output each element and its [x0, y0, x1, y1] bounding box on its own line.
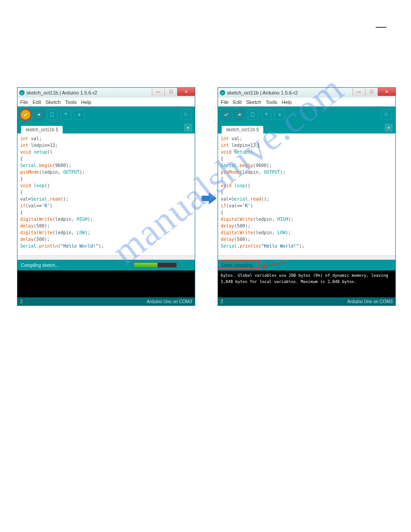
menu-tools[interactable]: Tools	[265, 99, 277, 105]
svg-rect-2	[251, 113, 254, 117]
code-editor[interactable]: int val;int ledpin=13;void setup(){Seria…	[17, 133, 195, 255]
page-decoration	[376, 27, 386, 28]
tab-menu-button[interactable]: ▾	[184, 124, 192, 132]
footer-bar: 2 Arduino Uno on COM3	[218, 297, 395, 305]
footer-bar: 2 Arduino Uno on COM3	[17, 297, 195, 305]
svg-point-3	[385, 113, 387, 116]
title-bar[interactable]: ∞ sketch_oct11b | Arduino 1.5.6-r2 — ☐ ✕	[218, 88, 395, 98]
menu-help[interactable]: Help	[282, 99, 292, 105]
menu-edit[interactable]: Edit	[33, 99, 41, 105]
close-button[interactable]: ✕	[177, 88, 195, 96]
menu-edit[interactable]: Edit	[233, 99, 242, 105]
arduino-ide-window-left: ∞ sketch_oct11b | Arduino 1.5.6-r2 — ☐ ✕…	[17, 87, 195, 306]
menu-sketch[interactable]: Sketch	[246, 99, 261, 105]
code-editor[interactable]: int val;int ledpin=13;void setup(){Seria…	[218, 133, 395, 255]
maximize-button[interactable]: ☐	[365, 88, 377, 96]
svg-rect-0	[51, 113, 53, 117]
minimize-button[interactable]: —	[352, 88, 365, 96]
tab-menu-button[interactable]: ▾	[385, 124, 393, 132]
status-text: Done compiling.	[222, 263, 254, 268]
verify-button[interactable]	[221, 109, 231, 120]
status-bar: Compiling sketch...	[17, 260, 195, 270]
serial-monitor-button[interactable]	[180, 109, 191, 120]
save-button[interactable]	[74, 109, 85, 120]
output-console[interactable]: bytes. Global variables use 200 bytes (9…	[218, 270, 395, 297]
verify-button[interactable]	[20, 109, 31, 120]
serial-monitor-button[interactable]	[381, 109, 392, 120]
line-number: 2	[20, 299, 23, 304]
window-title: sketch_oct11b | Arduino 1.5.6-r2	[227, 90, 298, 95]
close-button[interactable]: ✕	[377, 88, 395, 96]
line-number: 2	[221, 299, 223, 304]
horizontal-scrollbar[interactable]	[218, 255, 395, 260]
menu-file[interactable]: File	[221, 99, 229, 105]
menu-bar: File Edit Sketch Tools Help	[17, 98, 195, 107]
menu-help[interactable]: Help	[81, 99, 91, 105]
svg-point-1	[184, 113, 187, 116]
output-console[interactable]	[17, 270, 195, 297]
status-text: Compiling sketch...	[21, 263, 59, 268]
arduino-logo-icon: ∞	[220, 90, 225, 95]
annotation-arrow-icon	[259, 262, 286, 270]
menu-tools[interactable]: Tools	[65, 99, 77, 105]
minimize-button[interactable]: —	[152, 88, 164, 96]
toolbar	[218, 107, 395, 123]
save-button[interactable]	[274, 109, 285, 120]
title-bar[interactable]: ∞ sketch_oct11b | Arduino 1.5.6-r2 — ☐ ✕	[17, 88, 195, 98]
sketch-tab[interactable]: sketch_oct11b §	[222, 126, 263, 133]
new-button[interactable]	[47, 109, 58, 120]
sketch-tab[interactable]: sketch_oct11b §	[21, 126, 63, 133]
tab-bar: sketch_oct11b § ▾	[218, 123, 395, 133]
menu-sketch[interactable]: Sketch	[46, 99, 61, 105]
upload-button[interactable]	[34, 109, 44, 120]
arduino-ide-window-right: ∞ sketch_oct11b | Arduino 1.5.6-r2 — ☐ ✕…	[218, 87, 396, 306]
new-button[interactable]	[248, 109, 258, 120]
window-title: sketch_oct11b | Arduino 1.5.6-r2	[26, 90, 97, 95]
arduino-logo-icon: ∞	[19, 90, 25, 95]
open-button[interactable]	[60, 109, 71, 120]
maximize-button[interactable]: ☐	[164, 88, 177, 96]
upload-button[interactable]	[234, 109, 245, 120]
status-bar: Done compiling.	[218, 260, 395, 270]
board-port-info: Arduino Uno on COM3	[147, 299, 192, 304]
toolbar	[17, 107, 195, 123]
open-button[interactable]	[261, 109, 272, 120]
flow-arrow-icon	[201, 190, 217, 208]
menu-bar: File Edit Sketch Tools Help	[218, 98, 395, 107]
board-port-info: Arduino Uno on COM3	[347, 299, 393, 304]
menu-file[interactable]: File	[20, 99, 28, 105]
tab-bar: sketch_oct11b § ▾	[17, 123, 195, 133]
horizontal-scrollbar[interactable]	[17, 255, 195, 260]
compile-progress-bar	[134, 262, 177, 268]
